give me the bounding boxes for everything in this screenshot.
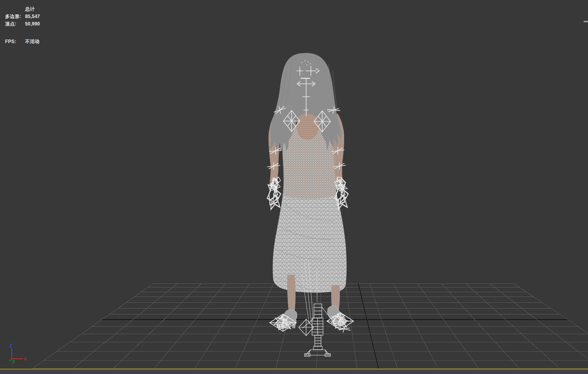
polygons-value: 85,547 <box>25 13 40 20</box>
character-model[interactable] <box>267 53 354 356</box>
right-edge-artifact <box>584 21 588 22</box>
left-leg <box>287 275 296 316</box>
vertices-label: 顶点: <box>5 20 25 28</box>
stats-total-label: 总计 <box>25 5 40 13</box>
statistics-overlay: 总计 多边形: 85,547 顶点: 50,990 FPS: 不活动 <box>5 5 40 45</box>
viewport-bottom-strip <box>0 370 588 374</box>
stats-fps-row: FPS: 不活动 <box>5 38 40 45</box>
viewport-scene: Z x y <box>0 0 588 374</box>
vertices-value: 50,990 <box>25 20 40 28</box>
polygons-label: 多边形: <box>5 13 25 20</box>
fps-value: 不活动 <box>25 38 40 45</box>
stats-polygons-row: 多边形: 85,547 <box>5 13 40 20</box>
y-axis-label: y <box>12 358 15 364</box>
viewport-3d[interactable]: Z x y 总计 多边形: 85,547 顶点: 50,990 FPS: 不活动 <box>0 0 588 374</box>
stats-vertices-row: 顶点: 50,990 <box>5 20 40 28</box>
fps-label: FPS: <box>5 38 25 45</box>
z-axis-label: Z <box>9 343 12 349</box>
world-axis-gizmo: Z x y <box>9 343 27 364</box>
x-axis-label: x <box>24 356 27 361</box>
left-hand-bones <box>267 175 283 210</box>
